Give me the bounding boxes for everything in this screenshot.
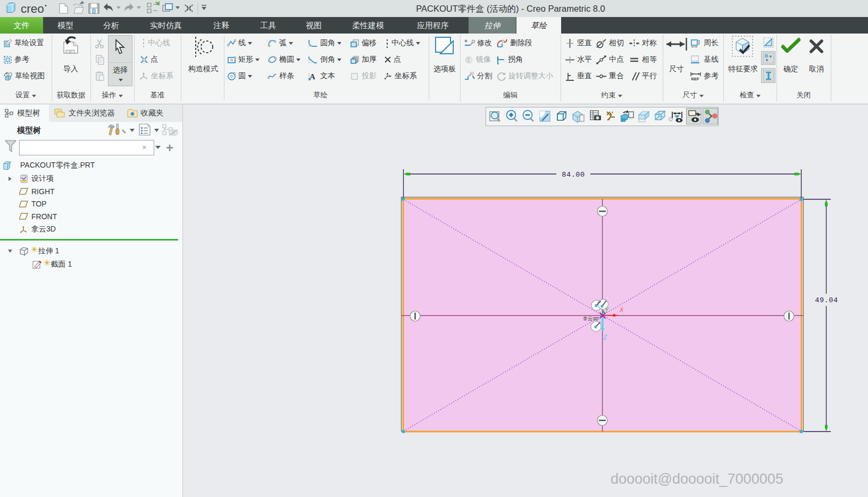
svg-text:84.00: 84.00 <box>562 171 585 179</box>
svg-text:Z: Z <box>603 334 607 341</box>
svg-text:creo: creo <box>21 2 44 15</box>
svg-text:REF: REF <box>691 77 699 81</box>
svg-text:49.04: 49.04 <box>815 296 838 304</box>
svg-text:拿云3D: 拿云3D <box>583 316 599 321</box>
svg-text:X: X <box>619 307 624 313</box>
